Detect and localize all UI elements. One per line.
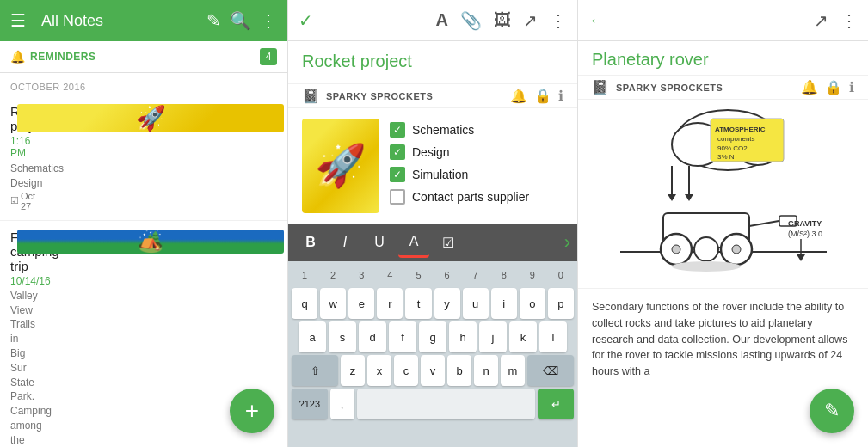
comma-key[interactable]: , bbox=[330, 389, 354, 419]
key-t[interactable]: t bbox=[405, 288, 431, 319]
rover-notebook-bar: 📓 SPARKY SPROCKETS 🔔 🔒 ℹ bbox=[578, 75, 868, 100]
key-w[interactable]: w bbox=[320, 288, 346, 319]
key-e[interactable]: e bbox=[348, 288, 374, 319]
key-s[interactable]: s bbox=[329, 321, 356, 352]
svg-text:90% CO2: 90% CO2 bbox=[717, 144, 748, 152]
formatting-bar: B I U A ☑ › bbox=[288, 224, 577, 261]
check-item-design[interactable]: ✓ Design bbox=[390, 144, 563, 160]
delete-key[interactable]: ⌫ bbox=[527, 355, 574, 386]
key-h[interactable]: h bbox=[449, 321, 477, 352]
key-z[interactable]: z bbox=[341, 355, 365, 386]
svg-point-19 bbox=[672, 245, 680, 254]
note-item-rocket[interactable]: Rocket project 1:16 PM Schematics Design… bbox=[0, 95, 287, 221]
more-icon[interactable]: ⋮ bbox=[840, 10, 858, 31]
num-8[interactable]: 8 bbox=[491, 265, 517, 285]
reminders-bar[interactable]: 🔔 REMINDERS 4 bbox=[0, 41, 287, 73]
key-y[interactable]: y bbox=[434, 288, 460, 319]
back-icon[interactable]: ← bbox=[588, 10, 606, 30]
svg-text:(M/S²) 3.0: (M/S²) 3.0 bbox=[788, 230, 822, 238]
info-icon[interactable]: ℹ bbox=[558, 88, 563, 104]
attach-icon[interactable]: 📎 bbox=[460, 10, 482, 31]
search-icon[interactable]: 🔍 bbox=[230, 10, 251, 31]
share-icon[interactable]: ↗ bbox=[814, 10, 828, 31]
key-x[interactable]: x bbox=[367, 355, 391, 386]
share-icon[interactable]: ↗ bbox=[523, 10, 538, 31]
check-item-contact[interactable]: Contact parts supplier bbox=[390, 189, 563, 205]
rocket-header-area: Rocket project bbox=[288, 41, 577, 83]
num-4[interactable]: 4 bbox=[377, 265, 403, 285]
num-5[interactable]: 5 bbox=[405, 265, 431, 285]
arrow-button[interactable]: › bbox=[564, 231, 570, 254]
svg-text:3% N: 3% N bbox=[717, 153, 735, 161]
num-row: 1 2 3 4 5 6 7 8 9 0 bbox=[292, 265, 574, 285]
key-d[interactable]: d bbox=[359, 321, 386, 352]
bold-button[interactable]: B bbox=[295, 227, 326, 258]
symbol-key[interactable]: ?123 bbox=[292, 389, 328, 419]
lock-icon[interactable]: 🔒 bbox=[534, 88, 551, 104]
check-label-design: Design bbox=[412, 145, 450, 159]
key-l[interactable]: l bbox=[539, 321, 567, 352]
check-label-simulation: Simulation bbox=[412, 168, 468, 181]
key-a[interactable]: a bbox=[299, 321, 326, 352]
num-0[interactable]: 0 bbox=[548, 265, 574, 285]
num-6[interactable]: 6 bbox=[434, 265, 460, 285]
rover-info-icon[interactable]: ℹ bbox=[849, 79, 854, 95]
key-o[interactable]: o bbox=[520, 288, 545, 319]
enter-key[interactable]: ↵ bbox=[538, 389, 574, 419]
add-note-fab[interactable]: + bbox=[230, 389, 274, 433]
space-key[interactable] bbox=[357, 389, 536, 419]
check-item-schematics[interactable]: ✓ Schematics bbox=[390, 122, 563, 138]
num-2[interactable]: 2 bbox=[320, 265, 346, 285]
more-icon[interactable]: ⋮ bbox=[550, 10, 567, 31]
compose-icon[interactable]: ✎ bbox=[206, 10, 221, 31]
underline-button[interactable]: U bbox=[364, 227, 395, 258]
section-header-october: OCTOBER 2016 bbox=[0, 73, 287, 95]
key-v[interactable]: v bbox=[421, 355, 445, 386]
color-button[interactable]: A bbox=[398, 227, 429, 258]
check-label-schematics: Schematics bbox=[412, 123, 474, 137]
key-q[interactable]: q bbox=[292, 288, 317, 319]
rocket-image: 🚀 bbox=[302, 119, 379, 213]
rover-notebook-name: SPARKY SPROCKETS bbox=[616, 83, 794, 93]
notes-title: All Notes bbox=[41, 12, 198, 30]
num-1[interactable]: 1 bbox=[292, 265, 317, 285]
key-j[interactable]: j bbox=[479, 321, 507, 352]
num-9[interactable]: 9 bbox=[520, 265, 545, 285]
check-icon[interactable]: ✓ bbox=[299, 10, 313, 31]
more-icon[interactable]: ⋮ bbox=[260, 10, 277, 31]
key-g[interactable]: g bbox=[419, 321, 446, 352]
note-date-rocket: 1:16 PM bbox=[10, 135, 30, 159]
reminder-checkbox-icon: ☑ bbox=[10, 195, 19, 206]
key-r[interactable]: r bbox=[377, 288, 403, 319]
shift-key[interactable]: ⇧ bbox=[292, 355, 338, 386]
key-b[interactable]: b bbox=[447, 355, 471, 386]
key-u[interactable]: u bbox=[463, 288, 489, 319]
rover-lock-icon[interactable]: 🔒 bbox=[825, 79, 842, 95]
reminders-label: REMINDERS bbox=[30, 51, 260, 63]
key-k[interactable]: k bbox=[509, 321, 537, 352]
svg-text:ATMOSPHERIC: ATMOSPHERIC bbox=[715, 126, 766, 133]
font-icon[interactable]: A bbox=[436, 10, 448, 30]
italic-button[interactable]: I bbox=[329, 227, 360, 258]
key-m[interactable]: m bbox=[501, 355, 525, 386]
key-c[interactable]: c bbox=[394, 355, 418, 386]
edit-fab[interactable]: ✎ bbox=[810, 389, 854, 433]
checkbox-checked-simulation: ✓ bbox=[390, 167, 405, 182]
note-thumb-camping: 🏕️ bbox=[17, 230, 284, 254]
num-7[interactable]: 7 bbox=[463, 265, 489, 285]
image-icon[interactable]: 🖼 bbox=[494, 10, 511, 30]
num-3[interactable]: 3 bbox=[348, 265, 374, 285]
key-i[interactable]: i bbox=[491, 288, 517, 319]
key-n[interactable]: n bbox=[474, 355, 498, 386]
checkbox-button[interactable]: ☑ bbox=[433, 227, 464, 258]
alarm-icon[interactable]: 🔔 bbox=[510, 88, 527, 104]
rover-alarm-icon[interactable]: 🔔 bbox=[801, 79, 818, 95]
key-f[interactable]: f bbox=[389, 321, 416, 352]
key-p[interactable]: p bbox=[548, 288, 574, 319]
rover-title: Planetary rover bbox=[578, 41, 868, 75]
check-item-simulation[interactable]: ✓ Simulation bbox=[390, 167, 563, 182]
menu-icon[interactable]: ☰ bbox=[10, 10, 26, 31]
svg-text:GRAVITY: GRAVITY bbox=[788, 219, 822, 228]
key-row-2: a s d f g h j k l bbox=[292, 321, 574, 352]
note-tag-rocket: Schematics bbox=[10, 162, 64, 175]
